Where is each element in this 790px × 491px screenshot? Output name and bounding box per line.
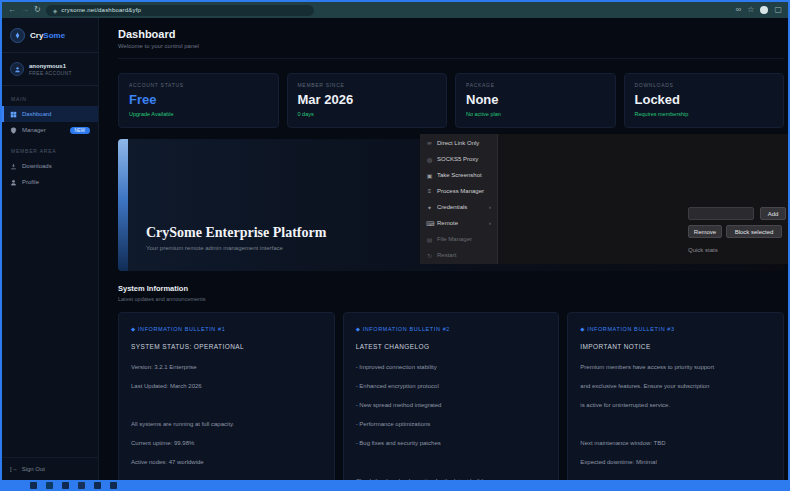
address-bar[interactable]: ◈ crysome.net/dashboard&yfp [46, 5, 314, 16]
stat-label: PACKAGE [466, 82, 605, 88]
bulletin-line: Expected downtime: Minimal [580, 459, 771, 465]
stat-label: DOWNLOADS [635, 82, 774, 88]
bulletin-line: Next maintenance window: TBD [580, 440, 771, 446]
brand-name: CrySome [30, 31, 65, 40]
bulletin-line: - Bug fixes and security patches [356, 440, 547, 446]
manager-badge: NEW [70, 127, 91, 134]
taskbar-icon-2[interactable] [46, 482, 53, 489]
process-icon: ≡ [426, 188, 433, 194]
main-content: Dashboard Welcome to your control panel … [99, 18, 788, 480]
menu-item-remote[interactable]: ⌨ Remote › [420, 215, 497, 231]
app-window: CrySome anonymous1 FREE ACCOUNT MAIN Das… [2, 18, 788, 480]
bulletin-header: ◆ INFORMATION BULLETIN #3 [580, 326, 771, 332]
sign-out-button[interactable]: [→ Sign Out [10, 466, 90, 472]
stat-note: Upgrade Available [129, 111, 268, 117]
bulletin-line: All systems are running at full capacity… [131, 421, 322, 427]
block-selected-button[interactable]: Block selected [726, 225, 782, 238]
account-type: FREE ACCOUNT [29, 70, 72, 76]
bulletin-line: is active for uninterrupted service. [580, 402, 771, 408]
stat-card-package: PACKAGE None No active plan [455, 73, 616, 128]
crysome-logo-icon [10, 28, 25, 43]
menu-item-label: Credentials [437, 204, 467, 210]
incognito-icon: ∞ [736, 2, 742, 18]
stat-label: ACCOUNT STATUS [129, 82, 268, 88]
submenu-arrow-icon: › [489, 220, 491, 226]
stat-label: MEMBER SINCE [298, 82, 437, 88]
bulletin-line: - Improved connection stability [356, 364, 547, 370]
menu-item-restart[interactable]: ↻ Restart [420, 247, 497, 263]
sidebar-item-manager[interactable]: Manager NEW [2, 122, 98, 138]
banner-gradient-strip [118, 139, 128, 271]
remove-button[interactable]: Remove [688, 225, 722, 238]
bulletin-line: and exclusive features. Ensure your subs… [580, 383, 771, 389]
taskbar-icon-3[interactable] [62, 482, 69, 489]
key-icon: ✦ [426, 204, 433, 211]
menu-item-direct-link-only[interactable]: ∞ Direct Link Only [420, 135, 497, 151]
bulletin-title: IMPORTANT NOTICE [580, 343, 771, 350]
banner-text: CrySome Enterprise Platform Your premium… [146, 225, 326, 251]
menu-item-label: File Manager [437, 236, 472, 242]
bulletins-row: ◆ INFORMATION BULLETIN #1 SYSTEM STATUS:… [118, 312, 784, 480]
bookmark-star-icon[interactable]: ☆ [747, 2, 754, 18]
brand: CrySome [2, 18, 98, 52]
browser-profile-avatar[interactable] [760, 6, 768, 14]
taskbar-icon-6[interactable] [110, 482, 117, 489]
bulletin-header: ◆ INFORMATION BULLETIN #1 [131, 326, 322, 332]
stat-note: 0 days [298, 111, 437, 117]
add-entry-input[interactable] [688, 207, 754, 220]
menu-item-label: Restart [437, 252, 456, 258]
bulletin-title: SYSTEM STATUS: OPERATIONAL [131, 343, 322, 350]
screenshot-frame: ← → ↻ ◈ crysome.net/dashboard&yfp ∞ ☆ ▢ … [0, 0, 790, 491]
system-info-subtitle: Latest updates and announcements [118, 296, 784, 302]
menu-item-credentials[interactable]: ✦ Credentials › [420, 199, 497, 215]
back-icon[interactable]: ← [8, 2, 16, 18]
stats-row: ACCOUNT STATUS Free Upgrade Available ME… [118, 73, 784, 128]
bulletin-header: ◆ INFORMATION BULLETIN #2 [356, 326, 547, 332]
menu-item-label: SOCKS5 Proxy [437, 156, 478, 162]
bulletin-line: Active nodes: 47 worldwide [131, 459, 322, 465]
menu-item-process-manager[interactable]: ≡ Process Manager [420, 183, 497, 199]
bulletin-line: - Performance optimizations [356, 421, 547, 427]
taskbar-icon-4[interactable] [78, 482, 85, 489]
bulletin-card-1: ◆ INFORMATION BULLETIN #1 SYSTEM STATUS:… [118, 312, 335, 480]
reload-icon[interactable]: ↻ [34, 2, 41, 18]
sidebar-item-profile[interactable]: Profile [2, 174, 98, 190]
url-text: crysome.net/dashboard&yfp [61, 7, 141, 13]
menu-item-label: Take Screenshot [437, 172, 482, 178]
menu-item-socks5-proxy[interactable]: ◎ SOCKS5 Proxy [420, 151, 497, 167]
user-card: anonymous1 FREE ACCOUNT [2, 53, 98, 85]
stat-card-account-status: ACCOUNT STATUS Free Upgrade Available [118, 73, 279, 128]
section-label-main: MAIN [2, 86, 98, 106]
link-icon: ∞ [426, 140, 433, 146]
sidebar-item-label: Manager [22, 127, 46, 133]
page-header: Dashboard Welcome to your control panel [118, 28, 784, 59]
stat-card-downloads: DOWNLOADS Locked Requires membership [624, 73, 785, 128]
stat-card-member-since: MEMBER SINCE Mar 2026 0 days [287, 73, 448, 128]
quick-stats-label: Quick stats [688, 247, 718, 253]
site-security-icon: ◈ [53, 7, 58, 14]
browser-menu-icon[interactable]: ▢ [774, 2, 782, 18]
menu-item-file-manager[interactable]: ▤ File Manager [420, 231, 497, 247]
screenshot-icon: ▣ [426, 172, 433, 179]
bulletin-line: - Enhanced encryption protocol [356, 383, 547, 389]
restart-icon: ↻ [426, 252, 433, 259]
add-button[interactable]: Add [760, 207, 786, 220]
sidebar-item-label: Profile [22, 179, 39, 185]
sidebar-item-dashboard[interactable]: Dashboard [2, 106, 98, 122]
bulletin-card-2: ◆ INFORMATION BULLETIN #2 LATEST CHANGEL… [343, 312, 560, 480]
taskbar-icon-1[interactable] [30, 482, 37, 489]
hero-banner: CrySome Enterprise Platform Your premium… [118, 139, 784, 271]
sidebar-item-downloads[interactable]: Downloads [2, 158, 98, 174]
menu-item-label: Process Manager [437, 188, 484, 194]
sidebar-item-label: Downloads [22, 163, 52, 169]
folder-icon: ▤ [426, 236, 433, 243]
forward-icon[interactable]: → [21, 2, 29, 18]
bulletin-line: Current uptime: 99.98% [131, 440, 322, 446]
menu-item-take-screenshot[interactable]: ▣ Take Screenshot [420, 167, 497, 183]
taskbar-icon-5[interactable] [94, 482, 101, 489]
bulletin-card-3: ◆ INFORMATION BULLETIN #3 IMPORTANT NOTI… [567, 312, 784, 480]
system-info-title: System Information [118, 284, 784, 293]
bulletin-line: - New spread method integrated [356, 402, 547, 408]
stat-value: None [466, 92, 605, 107]
sign-out-icon: [→ [10, 466, 18, 472]
